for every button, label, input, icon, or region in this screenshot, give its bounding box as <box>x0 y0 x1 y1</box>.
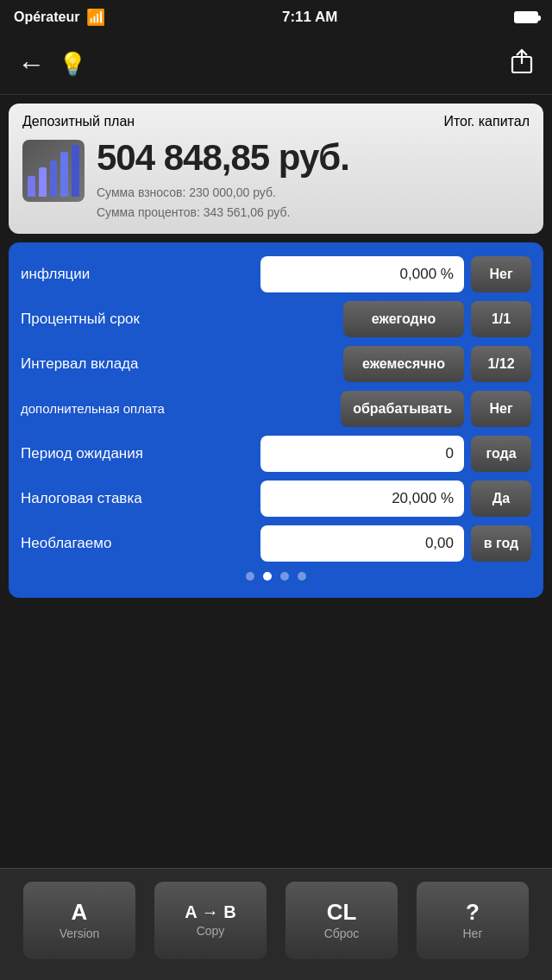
dot-4[interactable] <box>298 572 306 581</box>
toolbar-btn-version-letter: A <box>72 901 88 923</box>
sub-value-2: Сумма процентов: 343 561,06 руб. <box>97 203 530 222</box>
summary-card-header: Депозитный план Итог. капитал <box>22 114 530 129</box>
form-row-extra-payment: дополнительная оплата обрабатывать Нег <box>21 391 531 427</box>
chart-bar-5 <box>72 145 79 197</box>
status-right <box>514 11 538 23</box>
btn-interest-period-value[interactable]: ежегодно <box>343 301 464 337</box>
form-row-inflation: инфляции Нег <box>21 256 531 292</box>
btn-tax-rate-toggle[interactable]: Да <box>471 481 531 517</box>
toolbar-btn-reset-letter: CL <box>327 901 357 923</box>
dot-2[interactable] <box>263 572 272 581</box>
toolbar-btn-help-label: Нег <box>462 927 482 940</box>
input-tax-free[interactable] <box>260 525 464 562</box>
form-row-tax-rate: Налоговая ставка Да <box>21 481 531 517</box>
form-row-interest-period: Процентный срок ежегодно 1/1 <box>21 301 531 337</box>
label-deposit-interval: Интервал вклада <box>21 355 336 373</box>
form-row-waiting-period: Период ожидания года <box>21 436 531 472</box>
toolbar-btn-reset[interactable]: CL Сброс <box>285 882 398 959</box>
toolbar-btn-version-label: Version <box>60 927 100 940</box>
dot-3[interactable] <box>280 572 289 581</box>
lightbulb-icon[interactable]: 💡 <box>59 51 86 78</box>
chart-bar-2 <box>39 167 47 197</box>
input-tax-rate[interactable] <box>260 481 464 517</box>
chart-bar-1 <box>28 176 35 197</box>
toolbar-btn-copy-label: Copy <box>197 924 225 938</box>
summary-title-right: Итог. капитал <box>443 114 530 129</box>
nav-bar: ← 💡 <box>0 35 552 95</box>
carrier-label: Opérateur <box>14 9 79 25</box>
toolbar-btn-copy-letter: A → B <box>185 903 235 920</box>
btn-interest-period-fraction[interactable]: 1/1 <box>471 301 531 337</box>
share-button[interactable] <box>509 48 535 80</box>
label-inflation: инфляции <box>21 266 254 283</box>
nav-back-area: ← 💡 <box>17 48 86 80</box>
status-time: 7:11 AM <box>282 9 338 26</box>
sub-value-1: Сумма взносов: 230 000,00 руб. <box>97 183 530 202</box>
toolbar-btn-copy[interactable]: A → B Copy <box>154 882 267 959</box>
battery-icon <box>514 11 538 23</box>
btn-waiting-period-unit[interactable]: года <box>471 436 531 472</box>
chart-icon <box>22 140 85 202</box>
label-extra-payment: дополнительная оплата <box>21 401 334 416</box>
summary-card: Депозитный план Итог. капитал 504 848,85… <box>9 104 543 234</box>
label-tax-rate: Налоговая ставка <box>21 490 254 507</box>
form-row-deposit-interval: Интервал вклада ежемесячно 1/12 <box>21 346 531 382</box>
label-interest-period: Процентный срок <box>21 311 336 328</box>
toolbar-btn-help-letter: ? <box>466 901 480 923</box>
main-content: Депозитный план Итог. капитал 504 848,85… <box>0 95 552 615</box>
btn-tax-free-unit[interactable]: в год <box>471 525 531 562</box>
pagination <box>21 572 531 581</box>
btn-extra-payment-value[interactable]: обрабатывать <box>341 391 464 427</box>
wifi-icon: 📶 <box>86 8 105 27</box>
form-row-tax-free: Необлагаемо в год <box>21 525 531 562</box>
back-button[interactable]: ← <box>17 48 45 80</box>
status-bar: Opérateur 📶 7:11 AM <box>0 0 552 35</box>
btn-deposit-interval-fraction[interactable]: 1/12 <box>471 346 531 382</box>
status-left: Opérateur 📶 <box>14 8 105 27</box>
chart-bar-4 <box>60 152 68 197</box>
chart-bar-3 <box>50 160 58 197</box>
btn-deposit-interval-value[interactable]: ежемесячно <box>343 346 464 382</box>
blue-panel: инфляции Нег Процентный срок ежегодно 1/… <box>9 242 543 598</box>
input-inflation[interactable] <box>260 256 464 292</box>
btn-inflation-neg[interactable]: Нег <box>471 256 531 292</box>
toolbar-btn-reset-label: Сброс <box>324 927 360 940</box>
input-waiting-period[interactable] <box>260 436 464 472</box>
toolbar-btn-help[interactable]: ? Нег <box>417 882 529 959</box>
main-value: 504 848,85 руб. <box>97 138 530 178</box>
sub-values: Сумма взносов: 230 000,00 руб. Сумма про… <box>97 183 530 222</box>
toolbar-btn-version[interactable]: A Version <box>23 882 135 959</box>
summary-text-area: 504 848,85 руб. Сумма взносов: 230 000,0… <box>97 138 530 222</box>
label-waiting-period: Период ожидания <box>21 445 254 462</box>
summary-title-left: Депозитный план <box>22 114 135 129</box>
dot-1[interactable] <box>246 572 254 581</box>
label-tax-free: Необлагаемо <box>21 535 254 552</box>
btn-extra-payment-neg[interactable]: Нег <box>471 391 531 427</box>
bottom-toolbar: A Version A → B Copy CL Сброс ? Нег <box>0 868 552 980</box>
